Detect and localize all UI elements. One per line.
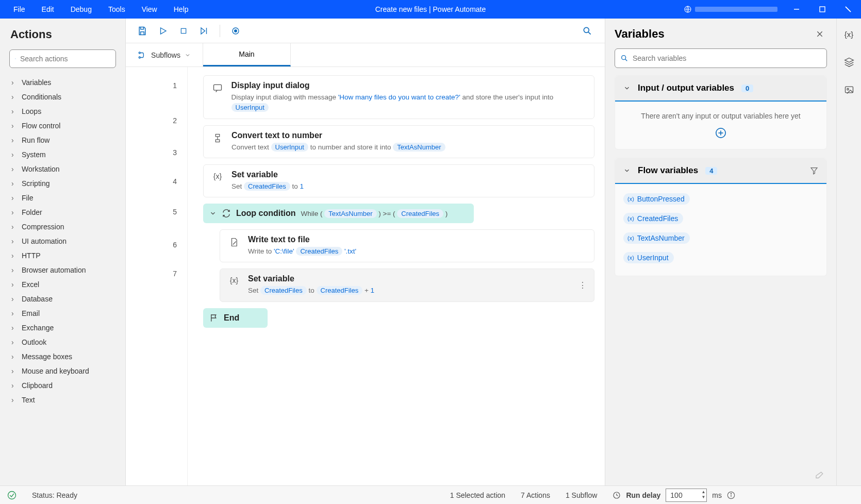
flow-section-header[interactable]: Flow variables 4 [615,158,826,184]
subflows-dropdown[interactable]: Subflows [126,43,203,66]
tree-item-database[interactable]: ›Database [2,292,124,306]
svg-rect-18 [216,134,220,137]
actions-tree[interactable]: ›Variables ›Conditionals ›Loops ›Flow co… [0,75,125,485]
info-icon[interactable] [727,491,735,499]
step-sub: Display input dialog with message 'How m… [231,92,587,113]
more-icon[interactable]: ⋮ [578,280,587,290]
actions-search-input[interactable] [20,55,110,63]
eraser-icon[interactable] [815,471,824,480]
subflow-bar: Subflows Main [126,43,605,67]
step-set-variable-2[interactable]: {x} Set variable Set CreatedFiles to Cre… [220,268,594,301]
line-gutter: 1 2 3 4 5 6 7 [126,67,188,485]
svg-line-25 [625,59,627,61]
tree-item-loops[interactable]: ›Loops [2,104,124,119]
step-title: Display input dialog [231,81,587,90]
step-sub: Set CreatedFiles to 1 [231,181,304,192]
step-write-text[interactable]: Write text to file Write to 'C:\file' Cr… [220,229,594,262]
svg-rect-8 [181,28,186,33]
status-actions: 7 Actions [521,491,550,499]
tree-item-clipboard[interactable]: ›Clipboard [2,378,124,393]
svg-marker-9 [201,28,205,34]
flow-var-createdfiles[interactable]: (x)CreatedFiles [623,213,818,224]
title-bar: File Edit Debug Tools View Help Create n… [0,0,861,19]
window-minimize[interactable] [784,0,809,19]
menu-edit[interactable]: Edit [34,0,62,19]
status-subflows: 1 Subflow [566,491,597,499]
run-button[interactable] [154,22,172,40]
tree-item-file[interactable]: ›File [2,191,124,205]
line-2: 2 [126,104,187,137]
status-selected: 1 Selected action [450,491,505,499]
tree-item-conditionals[interactable]: ›Conditionals [2,90,124,104]
flow-var-userinput[interactable]: (x)UserInput [623,252,818,263]
svg-point-5 [15,58,15,59]
variables-search[interactable] [615,48,827,68]
line-5: 5 [126,195,187,229]
run-delay-input[interactable]: 100 ▲▼ [666,489,707,502]
window-maximize[interactable] [809,0,835,19]
menu-tools[interactable]: Tools [100,0,134,19]
status-bar: Status: Ready 1 Selected action 7 Action… [0,485,861,504]
menu-help[interactable]: Help [165,0,197,19]
step-end[interactable]: End [203,308,268,328]
line-1: 1 [126,67,187,104]
tree-item-exchange[interactable]: ›Exchange [2,321,124,335]
menu-debug[interactable]: Debug [62,0,100,19]
stop-button[interactable] [174,22,193,40]
chevron-down-icon[interactable] [209,210,217,217]
svg-point-33 [8,491,16,499]
io-section-header[interactable]: Input / output variables 0 [615,76,826,102]
step-button[interactable] [195,22,213,40]
tree-item-workstation[interactable]: ›Workstation [2,162,124,176]
window-title: Create new files | Power Automate [375,5,486,13]
tab-main[interactable]: Main [203,43,291,66]
close-variables-button[interactable] [813,27,827,41]
step-display-input-dialog[interactable]: Display input dialog Display input dialo… [203,75,594,119]
flow-var-buttonpressed[interactable]: (x)ButtonPressed [623,193,818,205]
menu-file[interactable]: File [5,0,34,19]
step-title: End [224,313,239,323]
tree-item-excel[interactable]: ›Excel [2,277,124,292]
rail-images-icon[interactable] [842,82,856,97]
step-loop-condition[interactable]: Loop condition While ( TextAsNumber ) >=… [203,204,474,223]
save-button[interactable] [133,22,152,40]
flow-var-textasnumber[interactable]: (x)TextAsNumber [623,232,818,244]
menu-view[interactable]: View [134,0,165,19]
step-convert-text[interactable]: Convert text to number Convert text User… [203,125,594,158]
ms-label: ms [712,491,722,499]
filter-icon[interactable] [810,166,818,175]
window-close[interactable] [835,0,861,19]
tree-item-http[interactable]: ›HTTP [2,248,124,263]
subflows-label: Subflows [151,51,180,59]
tree-item-browser-automation[interactable]: ›Browser automation [2,263,124,277]
tree-item-email[interactable]: ›Email [2,306,124,321]
tree-item-variables[interactable]: ›Variables [2,75,124,90]
variables-search-input[interactable] [633,54,821,62]
svg-point-32 [847,89,848,90]
tree-item-message-boxes[interactable]: ›Message boxes [2,349,124,364]
tree-item-scripting[interactable]: ›Scripting [2,176,124,191]
tree-item-folder[interactable]: ›Folder [2,205,124,220]
tree-item-run-flow[interactable]: ›Run flow [2,133,124,147]
flow-variables-section: Flow variables 4 (x)ButtonPressed (x)Cre… [615,158,827,276]
tree-item-ui-automation[interactable]: ›UI automation [2,234,124,248]
add-io-variable-button[interactable] [623,127,818,139]
tree-item-system[interactable]: ›System [2,147,124,162]
record-button[interactable] [226,22,245,40]
tree-item-compression[interactable]: ›Compression [2,220,124,234]
environment-label[interactable] [677,5,784,13]
toolbar-search-button[interactable] [578,22,597,40]
spinner-icon[interactable]: ▲▼ [701,490,705,500]
step-set-variable-1[interactable]: {x} Set variable Set CreatedFiles to 1 [203,164,594,197]
loop-icon [222,209,231,218]
tree-item-flow-control[interactable]: ›Flow control [2,119,124,133]
rail-layers-icon[interactable] [842,55,856,69]
step-title: Convert text to number [231,131,445,140]
tree-item-outlook[interactable]: ›Outlook [2,335,124,349]
actions-search[interactable] [9,49,116,68]
step-sub: Set CreatedFiles to CreatedFiles + 1 [248,285,374,296]
rail-variables-icon[interactable]: {x} [842,27,856,41]
variable-icon: {x} [227,274,241,284]
tree-item-mouse-keyboard[interactable]: ›Mouse and keyboard [2,364,124,378]
tree-item-text[interactable]: ›Text [2,393,124,407]
